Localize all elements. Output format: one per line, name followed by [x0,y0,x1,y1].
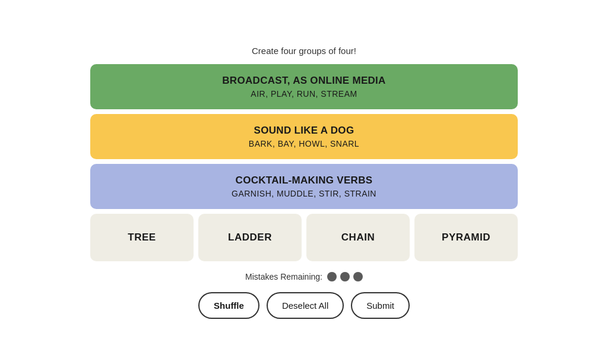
group-words-green: AIR, PLAY, RUN, STREAM [251,89,357,99]
group-title-yellow: SOUND LIKE A DOG [254,125,354,137]
mistake-dot-3 [353,272,363,281]
mistake-dot-1 [327,272,337,281]
shuffle-button[interactable]: Shuffle [198,292,259,319]
instruction-text: Create four groups of four! [252,46,356,56]
groups-area: BROADCAST, AS ONLINE MEDIA AIR, PLAY, RU… [90,64,518,261]
mistakes-label: Mistakes Remaining: [245,272,322,281]
mistakes-dots [327,272,363,281]
word-tiles-row: TREE LADDER CHAIN PYRAMID [90,214,518,261]
group-words-purple: GARNISH, MUDDLE, STIR, STRAIN [232,189,376,198]
buttons-area: Shuffle Deselect All Submit [198,292,410,319]
mistakes-area: Mistakes Remaining: [245,272,363,281]
group-title-purple: COCKTAIL-MAKING VERBS [236,175,373,186]
deselect-all-button[interactable]: Deselect All [267,292,344,319]
word-tile-ladder[interactable]: LADDER [198,214,302,261]
submit-button[interactable]: Submit [351,292,410,319]
mistake-dot-2 [340,272,350,281]
group-card-yellow[interactable]: SOUND LIKE A DOG BARK, BAY, HOWL, SNARL [90,114,518,159]
word-tile-chain[interactable]: CHAIN [306,214,410,261]
game-container: Create four groups of four! BROADCAST, A… [90,46,518,319]
group-card-purple[interactable]: COCKTAIL-MAKING VERBS GARNISH, MUDDLE, S… [90,164,518,209]
group-words-yellow: BARK, BAY, HOWL, SNARL [249,139,359,148]
group-title-green: BROADCAST, AS ONLINE MEDIA [222,75,385,87]
group-card-green[interactable]: BROADCAST, AS ONLINE MEDIA AIR, PLAY, RU… [90,64,518,109]
word-tile-pyramid[interactable]: PYRAMID [414,214,518,261]
word-tile-tree[interactable]: TREE [90,214,194,261]
